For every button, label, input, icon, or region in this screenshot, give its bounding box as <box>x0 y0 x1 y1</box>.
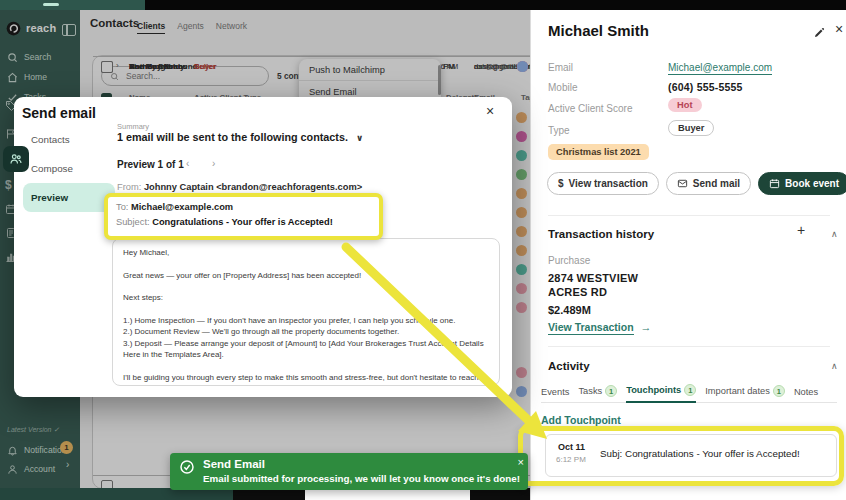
view-transaction-link[interactable]: View Transaction→ <box>548 321 652 333</box>
toast-message: Email submitted for processing, we will … <box>203 473 520 484</box>
modal-title: Send email <box>22 105 96 121</box>
top-bar-accent <box>0 0 145 10</box>
envelope-icon <box>677 178 688 189</box>
mobile-value: (604) 555-5555 <box>668 81 743 93</box>
edit-pencil-icon[interactable] <box>813 27 825 39</box>
toast-close-icon[interactable]: × <box>518 456 524 468</box>
arrow-right-icon: → <box>641 321 652 333</box>
collapse-transaction-icon[interactable]: ∧ <box>831 229 838 239</box>
view-transaction-button[interactable]: $ View transaction <box>547 172 659 195</box>
send-mail-button[interactable]: Send mail <box>666 172 751 195</box>
app-root: reach Search Home Tasks $ <box>0 0 846 500</box>
activity-tab[interactable]: Important dates 1 <box>705 385 785 402</box>
add-transaction-icon[interactable]: + <box>797 222 805 238</box>
toast-title: Send Email <box>203 458 265 470</box>
top-bar-dash <box>43 3 59 6</box>
modal-step[interactable]: Compose <box>23 154 115 183</box>
summary-chevron-icon[interactable]: ∨ <box>356 133 363 143</box>
email-paragraph: 1.) Home Inspection — If you don't have … <box>123 315 489 361</box>
email-paragraph: I'll be guiding you through every step t… <box>123 372 489 387</box>
tab-count-badge: 1 <box>684 384 696 396</box>
add-touchpoint-link[interactable]: Add Touchpoint <box>541 414 621 426</box>
activity-tab[interactable]: Notes <box>794 387 818 402</box>
summary-text: 1 email will be sent to the following co… <box>117 131 363 143</box>
tag-chip: Christmas list 2021 <box>548 144 649 160</box>
email-label: Email <box>548 62 573 73</box>
divider <box>548 215 830 216</box>
divider <box>548 346 830 347</box>
touchpoint-time: 6:12 PM <box>556 455 586 464</box>
contact-actions: $ View transaction Send mail Book event <box>547 172 846 195</box>
email-link[interactable]: Michael@example.com <box>668 62 772 75</box>
modal-step[interactable]: Contacts <box>23 125 115 154</box>
touchpoint-date: Oct 11 <box>558 442 585 452</box>
tab-count-badge: 1 <box>773 385 785 397</box>
contacts-people-icon <box>9 152 23 166</box>
highlight-to-subject: To: Michael@example.com Subject: Congrat… <box>104 193 383 240</box>
book-event-button[interactable]: Book event <box>758 172 846 195</box>
next-preview-icon[interactable]: › <box>212 158 215 169</box>
panel-close-icon[interactable]: × <box>835 21 843 37</box>
dollar-icon: $ <box>558 178 564 189</box>
modal-step[interactable]: Preview <box>23 183 115 212</box>
email-body-preview: Hey Michael,Great news — your offer on [… <box>112 238 500 386</box>
activity-tab[interactable]: Touchpoints 1 <box>626 384 696 403</box>
type-badge: Buyer <box>668 120 714 136</box>
prev-preview-icon[interactable]: ‹ <box>186 158 189 169</box>
window-top-bar <box>0 0 846 10</box>
contact-detail-panel: Michael Smith × Email Michael@example.co… <box>530 10 846 500</box>
type-label: Type <box>548 125 570 136</box>
to-line: To: Michael@example.com <box>116 200 371 215</box>
send-email-modal: Send email × ContactsComposePreview Summ… <box>14 97 512 397</box>
score-label: Active Client Score <box>548 103 632 114</box>
sidebar-item-contacts-active[interactable] <box>3 146 29 172</box>
transaction-address: 2874 WESTVIEW ACRES RD <box>548 271 678 299</box>
calendar-icon <box>769 178 780 189</box>
activity-tabs: Events Tasks 1 Touchpoints 1 Important d… <box>541 384 837 403</box>
from-line: From: Johnny Captain <brandon@reachforag… <box>117 182 362 192</box>
preview-pager: Preview 1 of 1 <box>117 159 184 170</box>
activity-title: Activity <box>548 360 590 372</box>
email-paragraph: Great news — your offer on [Property Add… <box>123 270 489 282</box>
activity-tab[interactable]: Tasks 1 <box>578 385 617 402</box>
touchpoint-text: Subj: Congratulations - Your offer is Ac… <box>600 448 800 459</box>
transaction-kind: Purchase <box>548 255 590 266</box>
send-email-toast: Send Email Email submitted for processin… <box>170 453 528 490</box>
transaction-history-title: Transaction history <box>548 228 654 240</box>
modal-steps-nav: ContactsComposePreview <box>23 125 115 212</box>
modal-close-icon[interactable]: × <box>486 103 494 119</box>
activity-tab[interactable]: Events <box>541 387 569 402</box>
mobile-label: Mobile <box>548 82 577 93</box>
bottom-strip-white <box>305 490 470 500</box>
email-paragraph: Next steps: <box>123 292 489 304</box>
collapse-activity-icon[interactable]: ∧ <box>831 361 838 371</box>
transaction-amount: $2.489M <box>548 304 591 316</box>
tab-count-badge: 1 <box>605 385 617 397</box>
check-circle-icon <box>179 459 195 475</box>
touchpoint-item[interactable]: Oct 11 6:12 PM Subj: Congratulations - Y… <box>545 434 837 477</box>
summary-label: Summary <box>117 122 149 131</box>
contact-name: Michael Smith <box>548 22 649 39</box>
score-badge: Hot <box>668 98 702 112</box>
email-paragraph: Hey Michael, <box>123 247 489 259</box>
subject-line: Subject: Congratulations - Your offer is… <box>116 215 371 230</box>
